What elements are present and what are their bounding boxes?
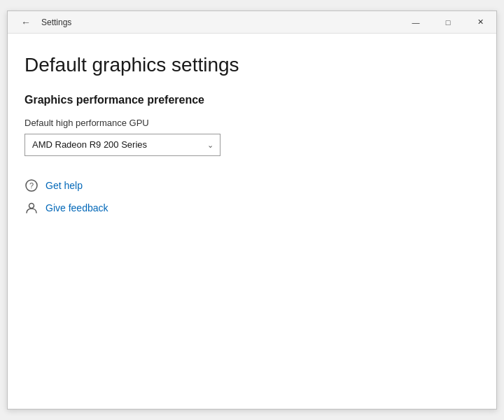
back-button[interactable]: ← [16, 13, 36, 32]
gpu-dropdown-wrapper: AMD Radeon R9 200 Series NVIDIA GeForce … [24, 134, 220, 156]
svg-text:?: ? [29, 181, 34, 190]
minimize-button[interactable]: — [400, 11, 432, 34]
close-icon: ✕ [477, 18, 484, 27]
titlebar-title: Settings [41, 18, 71, 27]
field-label: Default high performance GPU [24, 118, 479, 128]
main-content: Default graphics settings Graphics perfo… [8, 34, 496, 409]
feedback-icon [24, 201, 38, 215]
help-icon: ? [24, 178, 38, 192]
titlebar: ← Settings — □ ✕ [8, 11, 496, 34]
get-help-item[interactable]: ? Get help [24, 178, 479, 192]
section-title: Graphics performance preference [24, 94, 479, 106]
close-button[interactable]: ✕ [464, 11, 496, 34]
titlebar-controls: — □ ✕ [400, 11, 496, 34]
back-arrow-icon: ← [21, 17, 31, 28]
give-feedback-item[interactable]: Give feedback [24, 201, 479, 215]
settings-window: ← Settings — □ ✕ Default graphics settin… [7, 10, 497, 410]
page-title: Default graphics settings [24, 53, 479, 77]
maximize-button[interactable]: □ [432, 11, 464, 34]
gpu-dropdown[interactable]: AMD Radeon R9 200 Series NVIDIA GeForce … [24, 134, 220, 156]
links-section: ? Get help Give feedback [24, 178, 479, 215]
give-feedback-link[interactable]: Give feedback [46, 202, 108, 214]
get-help-link[interactable]: Get help [46, 180, 83, 191]
maximize-icon: □ [446, 18, 451, 27]
minimize-icon: — [412, 18, 420, 27]
titlebar-left: ← Settings [16, 13, 71, 32]
svg-point-2 [29, 203, 34, 208]
